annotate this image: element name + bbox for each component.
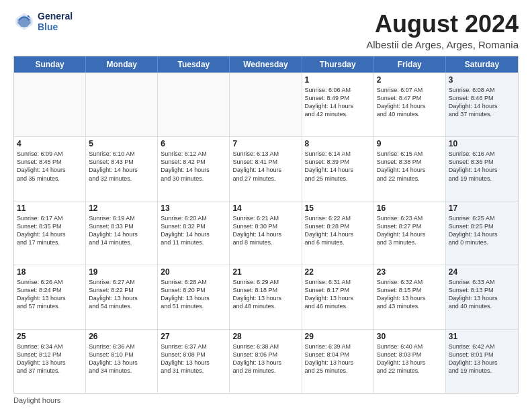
- calendar-cell: 21Sunrise: 6:29 AM Sunset: 8:18 PM Dayli…: [230, 265, 302, 328]
- day-number: 6: [161, 139, 226, 148]
- calendar-header-cell: Saturday: [446, 56, 518, 73]
- cell-info: Sunrise: 6:09 AM Sunset: 8:45 PM Dayligh…: [17, 150, 83, 183]
- day-number: 26: [89, 332, 154, 341]
- cell-info: Sunrise: 6:16 AM Sunset: 8:36 PM Dayligh…: [449, 150, 515, 183]
- day-number: 14: [232, 203, 298, 213]
- logo: General Blue: [13, 11, 73, 32]
- cell-info: Sunrise: 6:37 AM Sunset: 8:08 PM Dayligh…: [161, 342, 226, 375]
- calendar-cell: 17Sunrise: 6:25 AM Sunset: 8:25 PM Dayli…: [446, 201, 518, 265]
- calendar-cell: [86, 73, 158, 136]
- day-number: 28: [232, 332, 298, 341]
- cell-info: Sunrise: 6:06 AM Sunset: 8:49 PM Dayligh…: [305, 86, 371, 119]
- calendar-cell: 10Sunrise: 6:16 AM Sunset: 8:36 PM Dayli…: [446, 137, 518, 200]
- day-number: 17: [449, 203, 515, 213]
- calendar-cell: 27Sunrise: 6:37 AM Sunset: 8:08 PM Dayli…: [158, 330, 230, 393]
- calendar-cell: 29Sunrise: 6:39 AM Sunset: 8:04 PM Dayli…: [302, 330, 374, 393]
- calendar-cell: 6Sunrise: 6:12 AM Sunset: 8:42 PM Daylig…: [158, 137, 230, 200]
- day-number: 10: [449, 139, 515, 148]
- calendar-cell: 2Sunrise: 6:07 AM Sunset: 8:47 PM Daylig…: [374, 73, 446, 136]
- calendar-cell: 26Sunrise: 6:36 AM Sunset: 8:10 PM Dayli…: [86, 330, 158, 393]
- cell-info: Sunrise: 6:22 AM Sunset: 8:28 PM Dayligh…: [305, 214, 371, 247]
- calendar-cell: 28Sunrise: 6:38 AM Sunset: 8:06 PM Dayli…: [230, 330, 302, 393]
- calendar-cell: 13Sunrise: 6:20 AM Sunset: 8:32 PM Dayli…: [158, 201, 230, 265]
- cell-info: Sunrise: 6:15 AM Sunset: 8:38 PM Dayligh…: [377, 150, 443, 183]
- cell-info: Sunrise: 6:40 AM Sunset: 8:03 PM Dayligh…: [377, 342, 443, 375]
- logo-icon: [13, 11, 35, 32]
- day-number: 15: [305, 203, 371, 213]
- calendar-title: August 2024: [366, 11, 519, 38]
- day-number: 2: [377, 75, 443, 85]
- cell-info: Sunrise: 6:25 AM Sunset: 8:25 PM Dayligh…: [449, 214, 515, 247]
- cell-info: Sunrise: 6:21 AM Sunset: 8:30 PM Dayligh…: [232, 214, 298, 247]
- calendar-cell: 23Sunrise: 6:32 AM Sunset: 8:15 PM Dayli…: [374, 265, 446, 328]
- cell-info: Sunrise: 6:36 AM Sunset: 8:10 PM Dayligh…: [89, 342, 154, 375]
- calendar-cell: 4Sunrise: 6:09 AM Sunset: 8:45 PM Daylig…: [14, 137, 86, 200]
- cell-info: Sunrise: 6:14 AM Sunset: 8:39 PM Dayligh…: [305, 150, 371, 183]
- calendar-cell: [230, 73, 302, 136]
- calendar-cell: 14Sunrise: 6:21 AM Sunset: 8:30 PM Dayli…: [230, 201, 302, 265]
- day-number: 12: [89, 203, 154, 213]
- day-number: 5: [89, 139, 154, 148]
- cell-info: Sunrise: 6:32 AM Sunset: 8:15 PM Dayligh…: [377, 278, 443, 311]
- cell-info: Sunrise: 6:07 AM Sunset: 8:47 PM Dayligh…: [377, 86, 443, 119]
- calendar-cell: 15Sunrise: 6:22 AM Sunset: 8:28 PM Dayli…: [302, 201, 374, 265]
- calendar-cell: 19Sunrise: 6:27 AM Sunset: 8:22 PM Dayli…: [86, 265, 158, 328]
- day-number: 24: [449, 267, 515, 277]
- day-number: 7: [232, 139, 298, 148]
- calendar-cell: 16Sunrise: 6:23 AM Sunset: 8:27 PM Dayli…: [374, 201, 446, 265]
- calendar-cell: 12Sunrise: 6:19 AM Sunset: 8:33 PM Dayli…: [86, 201, 158, 265]
- day-number: 8: [305, 139, 371, 148]
- cell-info: Sunrise: 6:20 AM Sunset: 8:32 PM Dayligh…: [161, 214, 226, 247]
- calendar-row: 4Sunrise: 6:09 AM Sunset: 8:45 PM Daylig…: [14, 136, 518, 200]
- calendar-cell: [14, 73, 86, 136]
- cell-info: Sunrise: 6:39 AM Sunset: 8:04 PM Dayligh…: [305, 342, 371, 375]
- calendar-header-cell: Monday: [86, 56, 158, 73]
- calendar-header-cell: Friday: [374, 56, 446, 73]
- calendar: SundayMondayTuesdayWednesdayThursdayFrid…: [13, 56, 519, 394]
- day-number: 31: [449, 332, 515, 341]
- cell-info: Sunrise: 6:28 AM Sunset: 8:20 PM Dayligh…: [161, 278, 226, 311]
- calendar-cell: 7Sunrise: 6:13 AM Sunset: 8:41 PM Daylig…: [230, 137, 302, 200]
- footer-note: Daylight hours: [13, 396, 519, 404]
- cell-info: Sunrise: 6:23 AM Sunset: 8:27 PM Dayligh…: [377, 214, 443, 247]
- day-number: 11: [17, 203, 83, 213]
- day-number: 1: [305, 75, 371, 85]
- calendar-header-cell: Sunday: [14, 56, 86, 73]
- cell-info: Sunrise: 6:31 AM Sunset: 8:17 PM Dayligh…: [305, 278, 371, 311]
- calendar-header-cell: Wednesday: [230, 56, 302, 73]
- day-number: 29: [305, 332, 371, 341]
- day-number: 25: [17, 332, 83, 341]
- calendar-subtitle: Albestii de Arges, Arges, Romania: [366, 39, 519, 50]
- calendar-cell: 20Sunrise: 6:28 AM Sunset: 8:20 PM Dayli…: [158, 265, 230, 328]
- calendar-cell: 30Sunrise: 6:40 AM Sunset: 8:03 PM Dayli…: [374, 330, 446, 393]
- cell-info: Sunrise: 6:10 AM Sunset: 8:43 PM Dayligh…: [89, 150, 154, 183]
- calendar-cell: 1Sunrise: 6:06 AM Sunset: 8:49 PM Daylig…: [302, 73, 374, 136]
- calendar-cell: [158, 73, 230, 136]
- cell-info: Sunrise: 6:26 AM Sunset: 8:24 PM Dayligh…: [17, 278, 83, 311]
- day-number: 27: [161, 332, 226, 341]
- calendar-header-row: SundayMondayTuesdayWednesdayThursdayFrid…: [14, 56, 518, 73]
- calendar-cell: 31Sunrise: 6:42 AM Sunset: 8:01 PM Dayli…: [446, 330, 518, 393]
- day-number: 23: [377, 267, 443, 277]
- calendar-row: 1Sunrise: 6:06 AM Sunset: 8:49 PM Daylig…: [14, 73, 518, 136]
- calendar-cell: 25Sunrise: 6:34 AM Sunset: 8:12 PM Dayli…: [14, 330, 86, 393]
- cell-info: Sunrise: 6:08 AM Sunset: 8:46 PM Dayligh…: [449, 86, 515, 119]
- cell-info: Sunrise: 6:29 AM Sunset: 8:18 PM Dayligh…: [232, 278, 298, 311]
- cell-info: Sunrise: 6:27 AM Sunset: 8:22 PM Dayligh…: [89, 278, 154, 311]
- day-number: 30: [377, 332, 443, 341]
- cell-info: Sunrise: 6:13 AM Sunset: 8:41 PM Dayligh…: [232, 150, 298, 183]
- calendar-cell: 18Sunrise: 6:26 AM Sunset: 8:24 PM Dayli…: [14, 265, 86, 328]
- calendar-cell: 3Sunrise: 6:08 AM Sunset: 8:46 PM Daylig…: [446, 73, 518, 136]
- calendar-cell: 9Sunrise: 6:15 AM Sunset: 8:38 PM Daylig…: [374, 137, 446, 200]
- day-number: 3: [449, 75, 515, 85]
- calendar-header-cell: Tuesday: [158, 56, 230, 73]
- cell-info: Sunrise: 6:17 AM Sunset: 8:35 PM Dayligh…: [17, 214, 83, 247]
- calendar-header-cell: Thursday: [302, 56, 374, 73]
- calendar-row: 25Sunrise: 6:34 AM Sunset: 8:12 PM Dayli…: [14, 329, 518, 393]
- calendar-cell: 11Sunrise: 6:17 AM Sunset: 8:35 PM Dayli…: [14, 201, 86, 265]
- day-number: 20: [161, 267, 226, 277]
- calendar-body: 1Sunrise: 6:06 AM Sunset: 8:49 PM Daylig…: [14, 73, 518, 393]
- day-number: 16: [377, 203, 443, 213]
- calendar-cell: 22Sunrise: 6:31 AM Sunset: 8:17 PM Dayli…: [302, 265, 374, 328]
- day-number: 21: [232, 267, 298, 277]
